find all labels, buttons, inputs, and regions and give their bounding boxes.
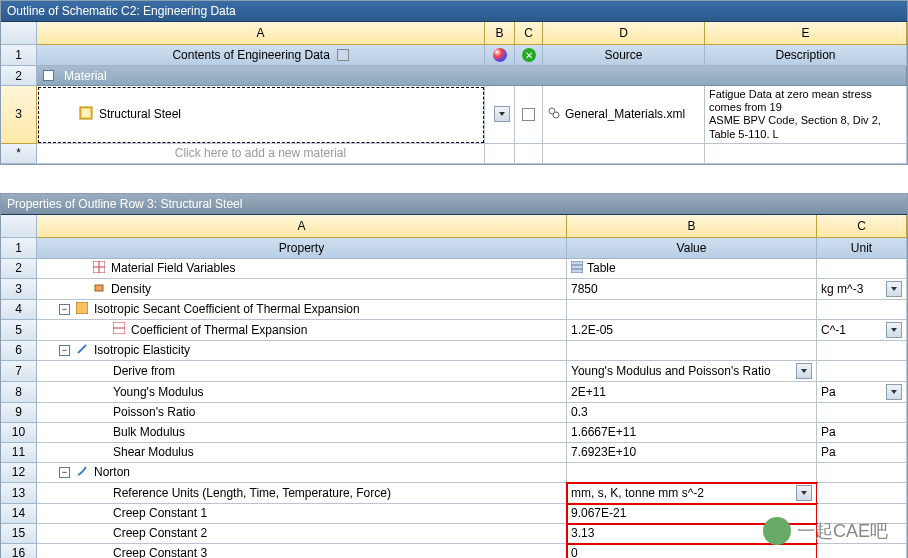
source-text: General_Materials.xml [565,107,685,121]
row-coef-thermal[interactable]: 5 Coefficient of Thermal Expansion 1.2E-… [1,320,907,341]
unit-youngs[interactable]: Pa [817,382,907,403]
prow-14[interactable]: 14 [1,504,37,524]
props-col-header: A B C [1,215,907,238]
row-thermal-exp-group[interactable]: 4 −Isotropic Secant Coefficient of Therm… [1,300,907,320]
material-source-cell[interactable]: General_Materials.xml [543,86,705,144]
col-d[interactable]: D [543,22,705,45]
row-field-vars[interactable]: 2 Material Field Variables Table [1,259,907,279]
row-youngs[interactable]: 8 Young's Modulus 2E+11 Pa [1,382,907,403]
val-derive[interactable]: Young's Modulus and Poisson's Ratio [567,361,817,382]
val-creep3[interactable]: 0 [567,544,817,558]
prop-norton[interactable]: −Norton [37,463,567,483]
prop-bulk[interactable]: Bulk Modulus [37,423,567,443]
add-material-placeholder[interactable]: Click here to add a new material [37,144,485,164]
dropdown-icon[interactable] [796,363,812,379]
prop-creep3[interactable]: Creep Constant 3 [37,544,567,558]
col-b-icon [485,45,515,66]
prow-8[interactable]: 8 [1,382,37,403]
val-coef-thermal[interactable]: 1.2E-05 [567,320,817,341]
prow-11[interactable]: 11 [1,443,37,463]
collapse-icon[interactable]: − [59,345,70,356]
prow-1[interactable]: 1 [1,238,37,259]
row-density[interactable]: 3 Density 7850 kg m^-3 [1,279,907,300]
collapse-icon[interactable]: − [59,467,70,478]
row-bulk[interactable]: 10 Bulk Modulus 1.6667E+11 Pa [1,423,907,443]
add-material-row[interactable]: * Click here to add a new material [1,144,907,164]
unit-coef-thermal[interactable]: C^-1 [817,320,907,341]
prow-12[interactable]: 12 [1,463,37,483]
prow-2[interactable]: 2 [1,259,37,279]
prop-youngs[interactable]: Young's Modulus [37,382,567,403]
dropdown-icon[interactable] [886,384,902,400]
row-1[interactable]: 1 [1,45,37,66]
col-e[interactable]: E [705,22,907,45]
val-poisson[interactable]: 0.3 [567,403,817,423]
material-dropdown-cell[interactable] [485,86,515,144]
val-shear[interactable]: 7.6923E+10 [567,443,817,463]
prow-5[interactable]: 5 [1,320,37,341]
prow-15[interactable]: 15 [1,524,37,544]
row-star[interactable]: * [1,144,37,164]
material-group[interactable]: − Material [37,66,907,86]
row-3[interactable]: 3 [1,86,37,144]
prop-creep1[interactable]: Creep Constant 1 [37,504,567,524]
val-ref-units[interactable]: mm, s, K, tonne mm s^-2 [567,483,817,504]
row-shear[interactable]: 11 Shear Modulus 7.6923E+10 Pa [1,443,907,463]
contents-header: Contents of Engineering Data [37,45,485,66]
dropdown-icon[interactable] [886,281,902,297]
corner [1,215,37,238]
dropdown-icon[interactable] [886,322,902,338]
unit-header: Unit [817,238,907,259]
material-name-cell[interactable]: Structural Steel [37,86,485,144]
prow-3[interactable]: 3 [1,279,37,300]
properties-panel: Properties of Outline Row 3: Structural … [0,193,908,558]
material-item-row[interactable]: 3 Structural Steel General_Materials.xml… [1,86,907,144]
prop-poisson[interactable]: Poisson's Ratio [37,403,567,423]
row-poisson[interactable]: 9 Poisson's Ratio 0.3 [1,403,907,423]
prop-derive[interactable]: Derive from [37,361,567,382]
row-ref-units[interactable]: 13 Reference Units (Length, Time, Temper… [1,483,907,504]
row-2[interactable]: 2 [1,66,37,86]
prop-shear[interactable]: Shear Modulus [37,443,567,463]
dropdown-icon[interactable] [494,106,510,122]
collapse-icon[interactable]: − [43,70,54,81]
col-a[interactable]: A [37,22,485,45]
prow-4[interactable]: 4 [1,300,37,320]
row-derive[interactable]: 7 Derive from Young's Modulus and Poisso… [1,361,907,382]
prow-6[interactable]: 6 [1,341,37,361]
prow-9[interactable]: 9 [1,403,37,423]
prop-creep2[interactable]: Creep Constant 2 [37,524,567,544]
prop-thermal-group[interactable]: −Isotropic Secant Coefficient of Thermal… [37,300,567,320]
val-bulk[interactable]: 1.6667E+11 [567,423,817,443]
val-youngs[interactable]: 2E+11 [567,382,817,403]
link-icon [547,106,561,123]
table-icon [93,261,105,276]
material-suppress-cell[interactable] [515,86,543,144]
elasticity-icon [76,343,88,358]
collapse-icon[interactable]: − [59,304,70,315]
val-field-vars[interactable]: Table [567,259,817,279]
row-norton[interactable]: 12 −Norton [1,463,907,483]
val-density[interactable]: 7850 [567,279,817,300]
col-c[interactable]: C [515,22,543,45]
prop-ref-units[interactable]: Reference Units (Length, Time, Temperatu… [37,483,567,504]
prop-density[interactable]: Density [37,279,567,300]
prow-10[interactable]: 10 [1,423,37,443]
unit-density[interactable]: kg m^-3 [817,279,907,300]
prop-coef-thermal[interactable]: Coefficient of Thermal Expansion [37,320,567,341]
prop-field-vars[interactable]: Material Field Variables [37,259,567,279]
dropdown-icon[interactable] [796,485,812,501]
prow-16[interactable]: 16 [1,544,37,558]
col-b[interactable]: B [485,22,515,45]
prow-7[interactable]: 7 [1,361,37,382]
prop-iso-elasticity[interactable]: −Isotropic Elasticity [37,341,567,361]
filter-icon[interactable] [337,49,349,61]
pcol-b[interactable]: B [567,215,817,238]
corner-cell [1,22,37,45]
row-iso-elasticity[interactable]: 6 −Isotropic Elasticity [1,341,907,361]
pcol-c[interactable]: C [817,215,907,238]
pcol-a[interactable]: A [37,215,567,238]
row-creep3[interactable]: 16 Creep Constant 3 0 [1,544,907,558]
checkbox[interactable] [522,108,535,121]
prow-13[interactable]: 13 [1,483,37,504]
